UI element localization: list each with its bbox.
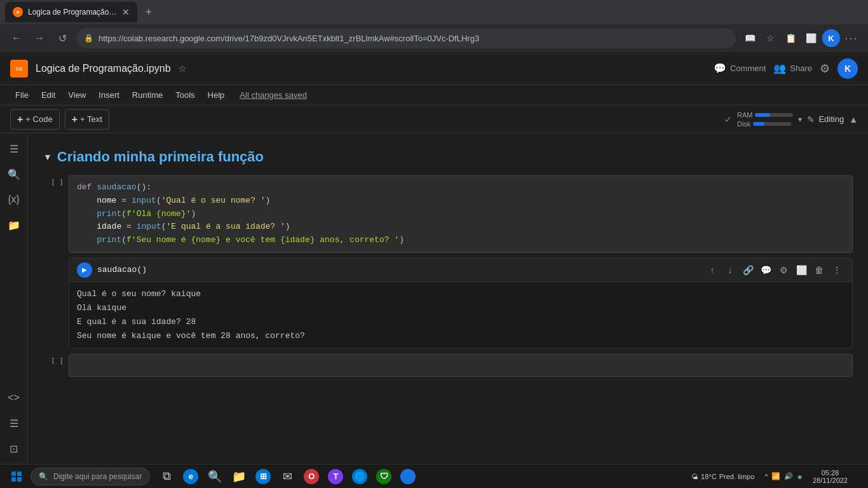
- notebook-content: ▼ Criando minha primeira função [ ] ↑ ↓ …: [28, 133, 868, 464]
- move-up-button[interactable]: ↑: [710, 157, 725, 172]
- read-mode-button[interactable]: 📖: [741, 29, 759, 47]
- code-line-5: print(f'Seu nome é {nome} e você tem {id…: [77, 234, 844, 247]
- settings-button[interactable]: ⚙: [820, 62, 830, 76]
- empty-cell-container: [ ]: [69, 354, 853, 377]
- start-button[interactable]: [3, 464, 31, 489]
- collapse-arrow[interactable]: ▼: [43, 152, 52, 162]
- copy-cell-button[interactable]: ⧉: [799, 157, 814, 172]
- output-cell: ▶ saudacao() ↑ ↓ 🔗 💬 ⚙ ⬜ 🗑 ⋮ Qual é o se…: [69, 258, 853, 349]
- menu-file[interactable]: File: [10, 88, 34, 102]
- taskbar-antivirus[interactable]: 🛡: [372, 464, 395, 489]
- windows-logo: [11, 471, 22, 482]
- menu-runtime[interactable]: Runtime: [127, 88, 168, 102]
- move-down-button[interactable]: ↓: [728, 157, 743, 172]
- browser-nav-actions: 📖 ☆ 📋 ⬜ K ···: [741, 29, 860, 47]
- svg-text:CO: CO: [16, 66, 23, 71]
- systray-chevron[interactable]: ^: [764, 473, 768, 480]
- address-bar[interactable]: 🔒 https://colab.research.google.com/driv…: [76, 28, 736, 48]
- menu-tools[interactable]: Tools: [170, 88, 200, 102]
- heading-text[interactable]: Criando minha primeira função: [57, 149, 264, 165]
- ram-label: RAM: [737, 111, 752, 119]
- run-button[interactable]: ▶: [77, 262, 92, 278]
- taskbar-profile[interactable]: 👤: [397, 464, 419, 489]
- browser-menu-button[interactable]: ···: [843, 29, 860, 47]
- sidebar-variables-button[interactable]: {x}: [4, 189, 24, 210]
- share-icon: 👥: [773, 62, 786, 74]
- sidebar-toc-button[interactable]: ☰: [4, 139, 24, 159]
- search-placeholder-text: Digite aqui para pesquisar: [53, 472, 142, 481]
- settings-cell-button[interactable]: ⚙: [781, 157, 796, 172]
- output-content: Qual é o seu nome? kaique Olá kaique E q…: [69, 282, 852, 348]
- empty-code-cell[interactable]: [69, 354, 853, 377]
- run-code-text: saudacao(): [97, 265, 147, 274]
- output-expand-button[interactable]: ⬜: [794, 262, 809, 278]
- url-text: https://colab.research.google.com/drive/…: [98, 34, 479, 43]
- delete-cell-button[interactable]: 🗑: [817, 157, 832, 172]
- code-editor-1[interactable]: def saudacao(): nome = input('Qual é o s…: [69, 175, 853, 253]
- split-view-button[interactable]: ⬜: [802, 29, 820, 47]
- show-desktop-button[interactable]: [853, 470, 865, 483]
- systray-network[interactable]: 📶: [771, 472, 780, 480]
- output-settings-button[interactable]: ⚙: [776, 262, 791, 278]
- output-line-1: Qual é o seu nome? kaique: [77, 287, 844, 301]
- taskbar-file-explorer[interactable]: 📁: [227, 464, 250, 489]
- taskbar-edge[interactable]: e: [179, 464, 202, 489]
- link-button[interactable]: 🔗: [745, 157, 761, 172]
- output-comment-button[interactable]: 💬: [758, 262, 773, 278]
- taskbar-clock[interactable]: 05:28 28/11/2022: [808, 469, 853, 484]
- star-button[interactable]: ☆: [179, 64, 187, 74]
- taskbar-task-view[interactable]: ⧉: [155, 464, 178, 489]
- taskbar-browser-2[interactable]: 🌐: [348, 464, 371, 489]
- output-link-button[interactable]: 🔗: [740, 262, 756, 278]
- user-avatar[interactable]: K: [837, 58, 858, 79]
- code-content-1[interactable]: def saudacao(): nome = input('Qual é o s…: [69, 176, 852, 252]
- taskbar-mail[interactable]: ✉: [276, 464, 299, 489]
- add-text-button[interactable]: + + Text: [65, 109, 109, 130]
- forward-button[interactable]: →: [31, 29, 48, 47]
- weather-icon: 🌤: [691, 473, 698, 480]
- comment-button[interactable]: 💬 Comment: [714, 62, 766, 74]
- expand-button[interactable]: ▲: [849, 114, 858, 125]
- taskbar-search-app[interactable]: 🔍: [203, 464, 226, 489]
- taskbar: 🔍 Digite aqui para pesquisar ⧉ e 🔍 📁 ⊞ ✉…: [0, 464, 868, 488]
- output-more-button[interactable]: ⋮: [829, 262, 844, 278]
- sidebar-files-button[interactable]: 📁: [4, 215, 24, 235]
- active-tab[interactable]: ● Logica de Programação.ipynb - ✕: [5, 2, 137, 22]
- collections-button[interactable]: 📋: [782, 29, 799, 47]
- taskbar-office[interactable]: O: [300, 464, 323, 489]
- add-code-button[interactable]: + + Code: [10, 109, 60, 130]
- refresh-button[interactable]: ↺: [53, 29, 71, 47]
- ram-disk-bars: RAM Disk: [737, 111, 793, 128]
- output-move-down-button[interactable]: ↓: [722, 262, 738, 278]
- favorites-button[interactable]: ☆: [761, 29, 779, 47]
- taskbar-teams[interactable]: T: [324, 464, 347, 489]
- colab-logo[interactable]: CO: [10, 60, 28, 78]
- menu-edit[interactable]: Edit: [36, 88, 60, 102]
- taskbar-search[interactable]: 🔍 Digite aqui para pesquisar: [31, 468, 150, 485]
- menu-view[interactable]: View: [63, 88, 91, 102]
- weather-widget[interactable]: 🌤 18°C Pred. limpo: [686, 473, 759, 480]
- notebook-title[interactable]: Logica de Programação.ipynb: [36, 63, 171, 74]
- menu-insert[interactable]: Insert: [93, 88, 125, 102]
- systray-notification-dot: ●: [797, 471, 802, 482]
- win-sq-4: [17, 477, 22, 482]
- sidebar-code-button[interactable]: <>: [4, 388, 24, 408]
- taskbar-store[interactable]: ⊞: [252, 464, 275, 489]
- menu-help[interactable]: Help: [203, 88, 230, 102]
- sidebar-search-button[interactable]: 🔍: [4, 164, 24, 184]
- user-profile-button[interactable]: K: [822, 29, 840, 47]
- plus-icon: +: [17, 114, 23, 125]
- close-tab-button[interactable]: ✕: [122, 7, 130, 17]
- share-button[interactable]: 👥 Share: [773, 62, 812, 74]
- sidebar-snippets-button[interactable]: ☰: [4, 413, 24, 433]
- more-cell-button[interactable]: ⋮: [834, 157, 850, 172]
- output-move-up-button[interactable]: ↑: [705, 262, 720, 278]
- new-tab-button[interactable]: +: [140, 3, 158, 21]
- weather-desc: Pred. limpo: [719, 473, 755, 480]
- output-delete-button[interactable]: 🗑: [811, 262, 827, 278]
- systray-volume[interactable]: 🔊: [784, 472, 793, 480]
- sidebar-terminal-button[interactable]: ⊡: [4, 438, 24, 459]
- back-button[interactable]: ←: [8, 29, 25, 47]
- runtime-dropdown-button[interactable]: ▾: [798, 115, 802, 124]
- comment-cell-button[interactable]: 💬: [763, 157, 778, 172]
